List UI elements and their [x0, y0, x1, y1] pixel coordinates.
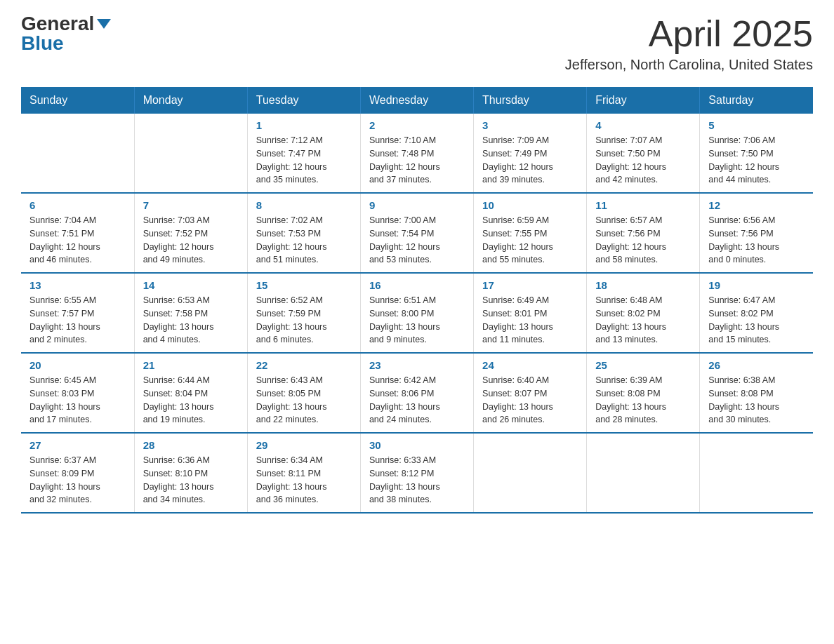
- logo-blue-text: Blue: [21, 32, 64, 54]
- calendar-cell: 17Sunrise: 6:49 AM Sunset: 8:01 PM Dayli…: [474, 273, 587, 353]
- day-info: Sunrise: 6:47 AM Sunset: 8:02 PM Dayligh…: [708, 294, 805, 347]
- calendar-cell: 7Sunrise: 7:03 AM Sunset: 7:52 PM Daylig…: [134, 193, 247, 273]
- calendar-cell: 3Sunrise: 7:09 AM Sunset: 7:49 PM Daylig…: [474, 114, 587, 193]
- logo-triangle-icon: [97, 19, 111, 29]
- day-info: Sunrise: 6:45 AM Sunset: 8:03 PM Dayligh…: [29, 374, 126, 427]
- day-info: Sunrise: 6:44 AM Sunset: 8:04 PM Dayligh…: [143, 374, 239, 427]
- calendar-cell: 30Sunrise: 6:33 AM Sunset: 8:12 PM Dayli…: [360, 433, 473, 513]
- day-info: Sunrise: 6:55 AM Sunset: 7:57 PM Dayligh…: [29, 294, 126, 347]
- day-number: 7: [143, 199, 239, 211]
- weekday-header-row: SundayMondayTuesdayWednesdayThursdayFrid…: [21, 87, 813, 114]
- calendar-cell: 2Sunrise: 7:10 AM Sunset: 7:48 PM Daylig…: [360, 114, 473, 193]
- day-info: Sunrise: 6:33 AM Sunset: 8:12 PM Dayligh…: [369, 454, 465, 507]
- day-info: Sunrise: 6:36 AM Sunset: 8:10 PM Dayligh…: [143, 454, 239, 507]
- calendar-cell: 29Sunrise: 6:34 AM Sunset: 8:11 PM Dayli…: [247, 433, 360, 513]
- day-number: 21: [143, 359, 239, 371]
- day-info: Sunrise: 7:07 AM Sunset: 7:50 PM Dayligh…: [595, 134, 691, 187]
- day-info: Sunrise: 6:39 AM Sunset: 8:08 PM Dayligh…: [595, 374, 691, 427]
- weekday-header-tuesday: Tuesday: [247, 87, 360, 114]
- day-number: 15: [256, 279, 352, 291]
- calendar-cell: 11Sunrise: 6:57 AM Sunset: 7:56 PM Dayli…: [587, 193, 700, 273]
- day-info: Sunrise: 7:00 AM Sunset: 7:54 PM Dayligh…: [369, 214, 465, 267]
- day-info: Sunrise: 6:38 AM Sunset: 8:08 PM Dayligh…: [708, 374, 805, 427]
- weekday-header-sunday: Sunday: [21, 87, 134, 114]
- calendar-cell: 24Sunrise: 6:40 AM Sunset: 8:07 PM Dayli…: [474, 353, 587, 433]
- weekday-header-thursday: Thursday: [474, 87, 587, 114]
- day-info: Sunrise: 6:57 AM Sunset: 7:56 PM Dayligh…: [595, 214, 691, 267]
- day-number: 2: [369, 119, 465, 131]
- week-row-3: 13Sunrise: 6:55 AM Sunset: 7:57 PM Dayli…: [21, 273, 813, 353]
- calendar-cell: 14Sunrise: 6:53 AM Sunset: 7:58 PM Dayli…: [134, 273, 247, 353]
- calendar-cell: 26Sunrise: 6:38 AM Sunset: 8:08 PM Dayli…: [700, 353, 813, 433]
- calendar-cell: 18Sunrise: 6:48 AM Sunset: 8:02 PM Dayli…: [587, 273, 700, 353]
- weekday-header-friday: Friday: [587, 87, 700, 114]
- month-title: April 2025: [565, 14, 813, 54]
- day-number: 9: [369, 199, 465, 211]
- day-number: 25: [595, 359, 691, 371]
- title-section: April 2025 Jefferson, North Carolina, Un…: [565, 14, 813, 73]
- calendar-cell: 4Sunrise: 7:07 AM Sunset: 7:50 PM Daylig…: [587, 114, 700, 193]
- calendar-cell: 23Sunrise: 6:42 AM Sunset: 8:06 PM Dayli…: [360, 353, 473, 433]
- calendar-cell: 6Sunrise: 7:04 AM Sunset: 7:51 PM Daylig…: [21, 193, 134, 273]
- day-number: 3: [482, 119, 578, 131]
- day-info: Sunrise: 7:03 AM Sunset: 7:52 PM Dayligh…: [143, 214, 239, 267]
- day-info: Sunrise: 6:43 AM Sunset: 8:05 PM Dayligh…: [256, 374, 352, 427]
- day-number: 18: [595, 279, 691, 291]
- day-number: 23: [369, 359, 465, 371]
- day-info: Sunrise: 7:12 AM Sunset: 7:47 PM Dayligh…: [256, 134, 352, 187]
- day-number: 24: [482, 359, 578, 371]
- day-number: 10: [482, 199, 578, 211]
- calendar-cell: 19Sunrise: 6:47 AM Sunset: 8:02 PM Dayli…: [700, 273, 813, 353]
- day-number: 22: [256, 359, 352, 371]
- day-number: 1: [256, 119, 352, 131]
- day-info: Sunrise: 6:37 AM Sunset: 8:09 PM Dayligh…: [29, 454, 126, 507]
- calendar-cell: 8Sunrise: 7:02 AM Sunset: 7:53 PM Daylig…: [247, 193, 360, 273]
- calendar-cell: 13Sunrise: 6:55 AM Sunset: 7:57 PM Dayli…: [21, 273, 134, 353]
- calendar-cell: [21, 114, 134, 193]
- day-info: Sunrise: 6:59 AM Sunset: 7:55 PM Dayligh…: [482, 214, 578, 267]
- calendar-cell: 28Sunrise: 6:36 AM Sunset: 8:10 PM Dayli…: [134, 433, 247, 513]
- day-info: Sunrise: 6:42 AM Sunset: 8:06 PM Dayligh…: [369, 374, 465, 427]
- day-info: Sunrise: 6:53 AM Sunset: 7:58 PM Dayligh…: [143, 294, 239, 347]
- calendar-cell: 25Sunrise: 6:39 AM Sunset: 8:08 PM Dayli…: [587, 353, 700, 433]
- day-info: Sunrise: 6:40 AM Sunset: 8:07 PM Dayligh…: [482, 374, 578, 427]
- day-info: Sunrise: 7:06 AM Sunset: 7:50 PM Dayligh…: [708, 134, 805, 187]
- calendar-cell: [474, 433, 587, 513]
- week-row-2: 6Sunrise: 7:04 AM Sunset: 7:51 PM Daylig…: [21, 193, 813, 273]
- calendar-cell: 27Sunrise: 6:37 AM Sunset: 8:09 PM Dayli…: [21, 433, 134, 513]
- day-info: Sunrise: 7:09 AM Sunset: 7:49 PM Dayligh…: [482, 134, 578, 187]
- calendar-cell: [700, 433, 813, 513]
- calendar-cell: 10Sunrise: 6:59 AM Sunset: 7:55 PM Dayli…: [474, 193, 587, 273]
- day-number: 30: [369, 439, 465, 451]
- page-header: General Blue April 2025 Jefferson, North…: [21, 14, 813, 73]
- calendar-body: 1Sunrise: 7:12 AM Sunset: 7:47 PM Daylig…: [21, 114, 813, 513]
- location-title: Jefferson, North Carolina, United States: [565, 57, 813, 73]
- weekday-header-saturday: Saturday: [700, 87, 813, 114]
- day-info: Sunrise: 7:04 AM Sunset: 7:51 PM Dayligh…: [29, 214, 126, 267]
- weekday-header-monday: Monday: [134, 87, 247, 114]
- day-number: 20: [29, 359, 126, 371]
- day-number: 4: [595, 119, 691, 131]
- day-number: 13: [29, 279, 126, 291]
- day-info: Sunrise: 7:10 AM Sunset: 7:48 PM Dayligh…: [369, 134, 465, 187]
- day-number: 19: [708, 279, 805, 291]
- calendar-header: SundayMondayTuesdayWednesdayThursdayFrid…: [21, 87, 813, 114]
- day-number: 29: [256, 439, 352, 451]
- calendar-cell: 21Sunrise: 6:44 AM Sunset: 8:04 PM Dayli…: [134, 353, 247, 433]
- calendar-cell: [134, 114, 247, 193]
- week-row-4: 20Sunrise: 6:45 AM Sunset: 8:03 PM Dayli…: [21, 353, 813, 433]
- calendar-cell: 20Sunrise: 6:45 AM Sunset: 8:03 PM Dayli…: [21, 353, 134, 433]
- day-number: 8: [256, 199, 352, 211]
- day-info: Sunrise: 6:49 AM Sunset: 8:01 PM Dayligh…: [482, 294, 578, 347]
- weekday-header-wednesday: Wednesday: [360, 87, 473, 114]
- day-info: Sunrise: 6:56 AM Sunset: 7:56 PM Dayligh…: [708, 214, 805, 267]
- calendar-cell: 5Sunrise: 7:06 AM Sunset: 7:50 PM Daylig…: [700, 114, 813, 193]
- day-info: Sunrise: 7:02 AM Sunset: 7:53 PM Dayligh…: [256, 214, 352, 267]
- day-number: 6: [29, 199, 126, 211]
- calendar-cell: 16Sunrise: 6:51 AM Sunset: 8:00 PM Dayli…: [360, 273, 473, 353]
- day-number: 14: [143, 279, 239, 291]
- calendar-cell: 12Sunrise: 6:56 AM Sunset: 7:56 PM Dayli…: [700, 193, 813, 273]
- week-row-1: 1Sunrise: 7:12 AM Sunset: 7:47 PM Daylig…: [21, 114, 813, 193]
- day-number: 27: [29, 439, 126, 451]
- day-info: Sunrise: 6:48 AM Sunset: 8:02 PM Dayligh…: [595, 294, 691, 347]
